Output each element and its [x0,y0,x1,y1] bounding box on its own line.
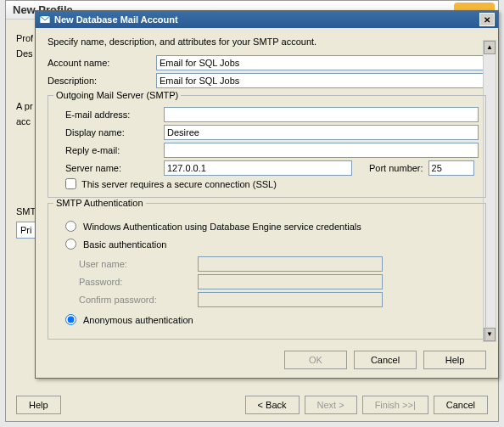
intro-text: Specify name, description, and attribute… [48,37,486,47]
username-label: User name: [55,259,164,269]
help-button-wizard[interactable]: Help [16,396,61,414]
account-name-label: Account name: [48,58,156,68]
smtp-groupbox: Outgoing Mail Server (SMTP) E-mail addre… [48,95,486,198]
display-name-label: Display name: [55,127,164,138]
help-button[interactable]: Help [423,351,486,369]
windows-auth-radio[interactable] [65,221,76,232]
basic-auth-radio[interactable] [65,239,76,250]
finish-button[interactable]: Finish >>| [362,396,428,414]
auth-groupbox: SMTP Authentication Windows Authenticati… [48,203,486,340]
password-input [198,274,383,289]
email-label: E-mail address: [55,110,164,120]
confirm-password-input [198,292,383,307]
next-button[interactable]: Next > [305,396,357,414]
anonymous-auth-label: Anonymous authentication [83,315,193,325]
anonymous-auth-radio[interactable] [65,314,76,325]
ssl-checkbox[interactable] [65,178,76,189]
windows-auth-label: Windows Authentication using Database En… [83,222,361,232]
password-label: Password: [55,277,164,287]
close-icon[interactable]: ✕ [479,13,495,26]
ssl-label: This server requires a secure connection… [81,179,277,189]
description-input[interactable] [156,73,486,88]
port-label: Port number: [369,163,423,173]
dialog-titlebar: New Database Mail Account ✕ [36,11,498,28]
dialog-footer: OK Cancel Help [284,351,486,369]
ok-button[interactable]: OK [284,351,347,369]
auth-group-title: SMTP Authentication [53,198,146,208]
username-input [198,256,383,272]
scroll-up-icon[interactable]: ▲ [484,41,496,54]
cancel-button-wizard[interactable]: Cancel [434,396,488,414]
reply-email-label: Reply e-mail: [55,145,164,155]
dialog-body: Specify name, description, and attribute… [36,28,498,345]
confirm-password-label: Confirm password: [55,295,164,305]
server-name-label: Server name: [55,163,164,173]
back-button[interactable]: < Back [245,396,300,414]
reply-email-input[interactable] [164,143,479,158]
dialog-title: New Database Mail Account [54,14,178,25]
description-label: Description: [48,76,156,86]
basic-auth-label: Basic authentication [83,239,166,250]
account-name-input[interactable] [156,55,486,70]
display-name-input[interactable] [164,125,479,140]
smtp-group-title: Outgoing Mail Server (SMTP) [53,90,181,100]
cancel-button[interactable]: Cancel [354,351,417,369]
dialog-window: New Database Mail Account ✕ ▲ ▼ Specify … [35,10,499,379]
dialog-icon [39,14,51,25]
wizard-footer: Help < Back Next > Finish >>| Cancel [16,396,488,414]
server-name-input[interactable] [164,160,352,176]
email-input[interactable] [164,107,479,122]
port-input[interactable] [428,160,474,176]
